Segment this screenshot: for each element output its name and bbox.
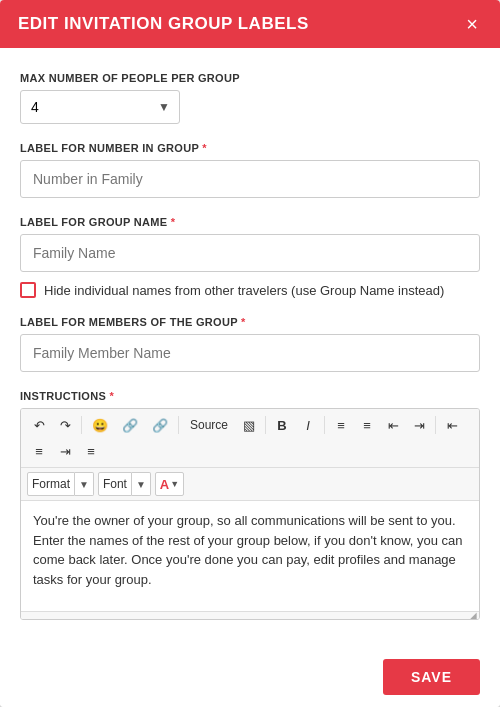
label-members-input[interactable] [20,334,480,372]
unordered-list-button[interactable]: ≡ [355,413,379,437]
font-arrow-icon[interactable]: ▼ [132,472,151,496]
indent-dec-button[interactable]: ⇤ [381,413,405,437]
modal-title: EDIT INVITATION GROUP LABELS [18,14,309,34]
toolbar-separator-5 [435,416,436,434]
font-color-a-label: A [160,477,169,492]
max-number-label: MAX NUMBER OF PEOPLE PER GROUP [20,72,480,84]
source-button[interactable]: Source [183,413,235,437]
font-color-arrow-icon: ▼ [170,479,179,489]
max-number-field-group: MAX NUMBER OF PEOPLE PER GROUP 4 1 2 3 5… [20,72,480,124]
label-number-label: LABEL FOR NUMBER IN GROUP * [20,142,480,154]
ordered-list-button[interactable]: ≡ [329,413,353,437]
toolbar-separator-4 [324,416,325,434]
indent-inc-button[interactable]: ⇥ [407,413,431,437]
label-group-name-label: LABEL FOR GROUP NAME * [20,216,480,228]
modal-footer: SAVE [0,647,500,707]
required-asterisk: * [202,142,207,154]
instructions-text: You're the owner of your group, so all c… [33,513,463,587]
required-asterisk-3: * [241,316,246,328]
label-members-field-group: LABEL FOR MEMBERS OF THE GROUP * [20,316,480,372]
toolbar-separator-1 [81,416,82,434]
label-number-field-group: LABEL FOR NUMBER IN GROUP * [20,142,480,198]
redo-button[interactable]: ↷ [53,413,77,437]
italic-button[interactable]: I [296,413,320,437]
font-label: Font [98,472,132,496]
instructions-label: INSTRUCTIONS * [20,390,480,402]
font-color-button[interactable]: A ▼ [155,472,184,496]
hide-names-label: Hide individual names from other travele… [44,283,444,298]
modal-header: EDIT INVITATION GROUP LABELS × [0,0,500,48]
save-button[interactable]: SAVE [383,659,480,695]
link-button[interactable]: 🔗 [116,413,144,437]
hide-names-checkbox[interactable] [20,282,36,298]
hide-names-checkbox-row[interactable]: Hide individual names from other travele… [20,282,480,298]
label-group-name-input[interactable] [20,234,480,272]
align-left-button[interactable]: ⇤ [440,413,464,437]
editor-content-area[interactable]: You're the owner of your group, so all c… [21,501,479,611]
modal-body: MAX NUMBER OF PEOPLE PER GROUP 4 1 2 3 5… [0,48,500,647]
format-select-wrapper[interactable]: Format ▼ [27,472,94,496]
undo-button[interactable]: ↶ [27,413,51,437]
instructions-field-group: INSTRUCTIONS * ↶ ↷ 😀 🔗 🔗 Source ▧ B [20,390,480,620]
align-center-button[interactable]: ≡ [27,439,51,463]
format-label: Format [27,472,75,496]
font-select-wrapper[interactable]: Font ▼ [98,472,151,496]
editor-toolbar-top: ↶ ↷ 😀 🔗 🔗 Source ▧ B I ≡ ≡ ⇤ ⇥ [21,409,479,468]
eraser-button[interactable]: ▧ [237,413,261,437]
align-justify-button[interactable]: ≡ [79,439,103,463]
label-members-label: LABEL FOR MEMBERS OF THE GROUP * [20,316,480,328]
toolbar-separator-3 [265,416,266,434]
editor-toolbar-bottom: Format ▼ Font ▼ A ▼ [21,468,479,501]
required-asterisk-4: * [109,390,114,402]
max-number-select[interactable]: 4 1 2 3 5 6 7 8 9 10 [20,90,180,124]
editor-resize-handle[interactable]: ◢ [21,611,479,619]
label-number-input[interactable] [20,160,480,198]
bold-button[interactable]: B [270,413,294,437]
required-asterisk-2: * [171,216,176,228]
resize-icon: ◢ [469,610,477,620]
smiley-button[interactable]: 😀 [86,413,114,437]
label-group-name-field-group: LABEL FOR GROUP NAME * Hide individual n… [20,216,480,298]
close-button[interactable]: × [462,14,482,34]
rich-text-editor: ↶ ↷ 😀 🔗 🔗 Source ▧ B I ≡ ≡ ⇤ ⇥ [20,408,480,620]
toolbar-separator-2 [178,416,179,434]
unlink-button[interactable]: 🔗 [146,413,174,437]
align-right-button[interactable]: ⇥ [53,439,77,463]
max-number-select-wrapper: 4 1 2 3 5 6 7 8 9 10 ▼ [20,90,180,124]
format-arrow-icon[interactable]: ▼ [75,472,94,496]
modal-dialog: EDIT INVITATION GROUP LABELS × MAX NUMBE… [0,0,500,707]
